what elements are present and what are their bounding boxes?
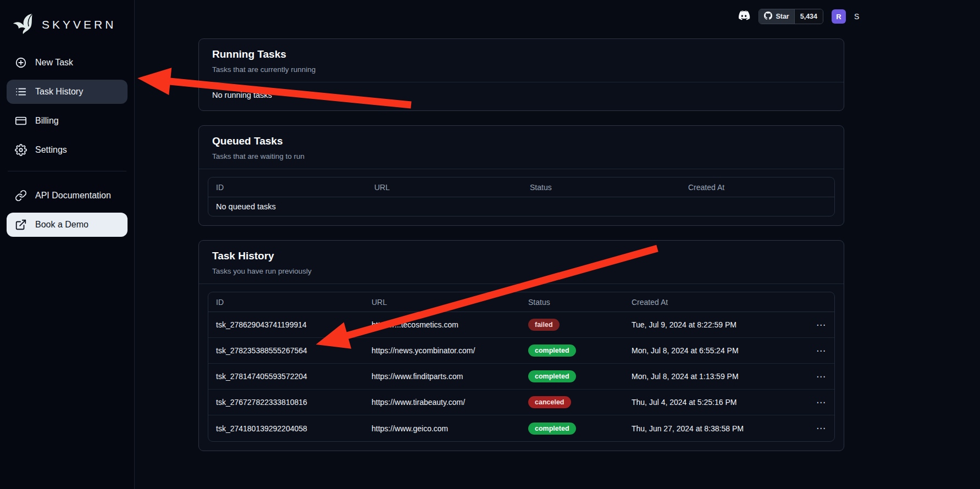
status-badge: completed [528, 423, 576, 435]
task-id-cell: tsk_278147405593572204 [216, 372, 372, 381]
sidebar-item-label: Task History [35, 87, 83, 97]
task-url-cell: https://www.tirabeauty.com/ [372, 398, 528, 407]
running-tasks-card: Running Tasks Tasks that are currently r… [198, 38, 844, 111]
queued-tasks-card: Queued Tasks Tasks that are waiting to r… [198, 125, 844, 226]
row-actions-button[interactable]: ⋯ [802, 423, 827, 434]
queued-tasks-empty: No queued tasks [208, 197, 834, 216]
discord-icon [736, 10, 750, 24]
table-row[interactable]: tsk_278235388555267564 https://news.ycom… [208, 338, 834, 364]
status-cell: completed [528, 370, 632, 382]
task-url-cell: https://...tecosmetics.com [372, 320, 528, 329]
table-row[interactable]: tsk_274180139292204058 https://www.geico… [208, 415, 834, 441]
task-id-cell: tsk_278629043741199914 [216, 320, 372, 329]
sidebar-item-settings[interactable]: Settings [7, 138, 128, 162]
column-header-url: URL [374, 183, 530, 192]
github-star-label: Star [776, 13, 789, 20]
sidebar-item-label: Settings [35, 145, 67, 155]
running-tasks-empty: No running tasks [199, 82, 844, 110]
column-header-url: URL [372, 298, 528, 307]
sidebar-item-task-history[interactable]: Task History [7, 80, 128, 104]
status-cell: canceled [528, 396, 632, 408]
sidebar: SKYVERN New Task Task History Billing Se [0, 0, 135, 489]
content-column: Running Tasks Tasks that are currently r… [198, 38, 844, 451]
sidebar-item-api-documentation[interactable]: API Documentation [7, 184, 128, 208]
link-icon [14, 189, 27, 202]
status-cell: completed [528, 423, 632, 435]
table-header-row: ID URL Status Created At [208, 177, 834, 197]
task-url-cell: https://www.geico.com [372, 424, 528, 433]
sidebar-item-label: New Task [35, 58, 73, 68]
task-id-cell: tsk_278235388555267564 [216, 346, 372, 355]
task-history-card: Task History Tasks you have run previous… [198, 240, 844, 451]
sidebar-item-book-a-demo[interactable]: Book a Demo [7, 213, 128, 237]
task-id-cell: tsk_276727822333810816 [216, 398, 372, 407]
task-url-cell: https://www.finditparts.com [372, 372, 528, 381]
queued-tasks-table: ID URL Status Created At No queued tasks [208, 177, 835, 216]
row-actions-button[interactable]: ⋯ [802, 397, 827, 408]
logo-text: SKYVERN [42, 18, 116, 31]
plus-circle-icon [14, 56, 27, 69]
table-row[interactable]: tsk_276727822333810816 https://www.tirab… [208, 390, 834, 415]
column-header-created: Created At [632, 298, 802, 307]
task-history-header: Task History Tasks you have run previous… [199, 241, 844, 284]
created-at-cell: Thu, Jul 4, 2024 at 5:25:16 PM [632, 398, 802, 407]
card-subtitle: Tasks that are waiting to run [212, 152, 830, 160]
status-badge: completed [528, 344, 576, 357]
skyvern-dragon-icon [12, 12, 36, 37]
column-header-id: ID [216, 183, 374, 192]
column-header-created: Created At [688, 183, 827, 192]
sidebar-item-billing[interactable]: Billing [7, 109, 128, 133]
status-cell: failed [528, 319, 632, 331]
table-row[interactable]: tsk_278147405593572204 https://www.findi… [208, 364, 834, 390]
created-at-cell: Tue, Jul 9, 2024 at 8:22:59 PM [632, 320, 802, 329]
list-icon [14, 85, 27, 98]
discord-button[interactable] [736, 10, 750, 24]
card-title: Running Tasks [212, 48, 830, 60]
status-badge: failed [528, 319, 560, 331]
created-at-cell: Mon, Jul 8, 2024 at 6:55:24 PM [632, 346, 802, 355]
table-header-row: ID URL Status Created At [208, 292, 834, 312]
row-actions-button[interactable]: ⋯ [802, 319, 827, 331]
logo: SKYVERN [7, 9, 128, 51]
table-row[interactable]: tsk_278629043741199914 https://...tecosm… [208, 312, 834, 338]
task-id-cell: tsk_274180139292204058 [216, 424, 372, 433]
topbar: Star 5,434 R S [736, 9, 861, 24]
sidebar-divider [8, 171, 126, 171]
sidebar-item-label: Book a Demo [35, 220, 88, 230]
status-badge: completed [528, 370, 576, 382]
column-header-id: ID [216, 298, 372, 307]
github-star-count: 5,434 [794, 9, 823, 24]
status-cell: completed [528, 344, 632, 357]
task-history-table: ID URL Status Created At tsk_27862904374… [208, 292, 835, 442]
sidebar-item-new-task[interactable]: New Task [7, 51, 128, 75]
column-header-status: Status [530, 183, 688, 192]
app-root: SKYVERN New Task Task History Billing Se [0, 0, 980, 489]
card-title: Task History [212, 250, 830, 262]
card-subtitle: Tasks you have run previously [212, 267, 830, 275]
user-menu-cropped[interactable]: S [854, 12, 861, 21]
running-tasks-header: Running Tasks Tasks that are currently r… [199, 39, 844, 82]
avatar[interactable]: R [832, 9, 846, 24]
row-actions-button[interactable]: ⋯ [802, 345, 827, 357]
github-star-widget[interactable]: Star 5,434 [758, 9, 823, 24]
external-link-icon [14, 218, 27, 231]
card-subtitle: Tasks that are currently running [212, 65, 830, 74]
created-at-cell: Mon, Jul 8, 2024 at 1:13:59 PM [632, 372, 802, 381]
sidebar-item-label: API Documentation [35, 191, 111, 201]
row-actions-button[interactable]: ⋯ [802, 371, 827, 382]
github-icon [764, 12, 772, 21]
column-header-status: Status [528, 298, 632, 307]
task-url-cell: https://news.ycombinator.com/ [372, 346, 528, 355]
gear-icon [14, 143, 27, 157]
credit-card-icon [14, 114, 27, 127]
card-title: Queued Tasks [212, 135, 830, 147]
sidebar-item-label: Billing [35, 116, 59, 126]
status-badge: canceled [528, 396, 571, 408]
created-at-cell: Thu, Jun 27, 2024 at 8:38:58 PM [632, 424, 802, 433]
queued-tasks-header: Queued Tasks Tasks that are waiting to r… [199, 126, 844, 169]
avatar-letter: R [836, 13, 841, 21]
